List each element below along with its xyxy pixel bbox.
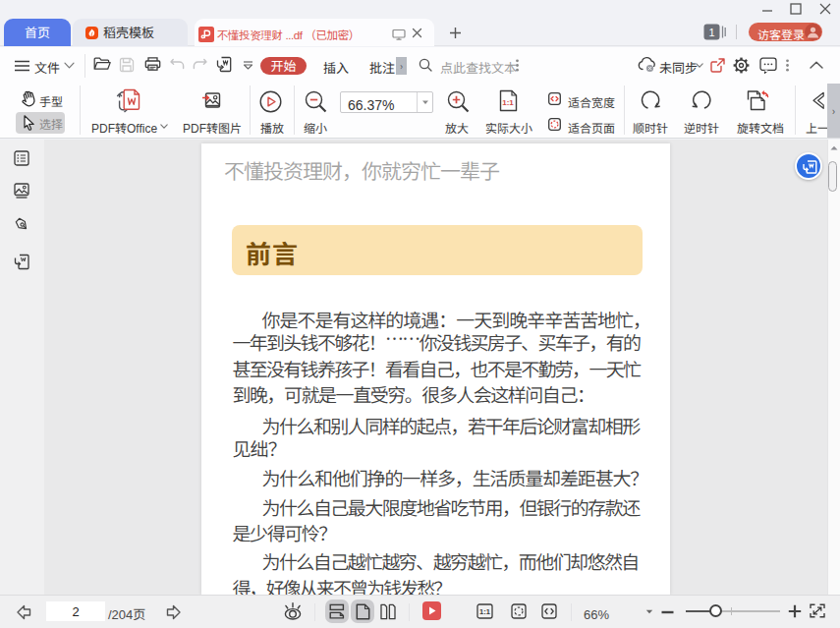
- svg-text:1:1: 1:1: [502, 98, 514, 107]
- svg-text:1:1: 1:1: [479, 607, 490, 616]
- svg-text:1: 1: [708, 27, 714, 38]
